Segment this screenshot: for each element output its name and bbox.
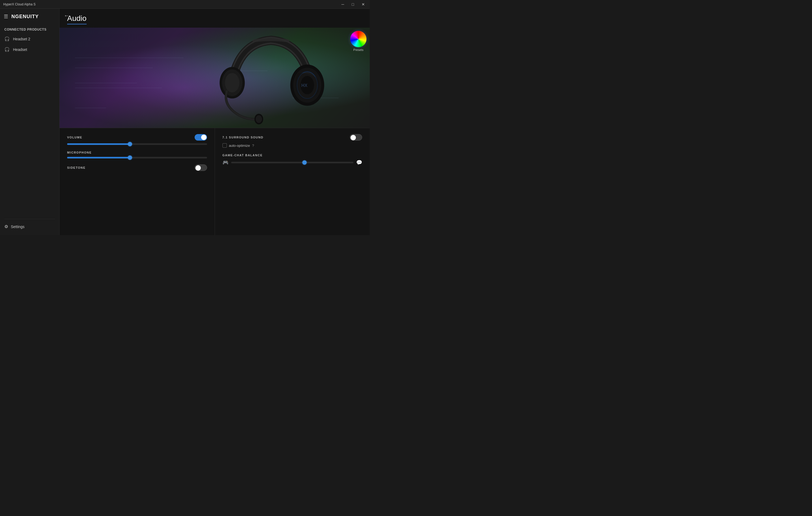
volume-toggle-knob xyxy=(201,135,206,140)
presets-circle-icon xyxy=(350,31,367,47)
surround-label: 7.1 SURROUND SOUND xyxy=(223,136,264,139)
headset-image-container: HX xyxy=(201,33,341,125)
surround-toggle-knob xyxy=(350,135,356,140)
microphone-track-fill xyxy=(67,157,130,159)
sidebar-item-headset[interactable]: 🎧 Headset xyxy=(0,44,59,55)
title-bar-controls: ─ □ ✕ xyxy=(340,2,367,7)
presets-button[interactable]: Presets xyxy=(350,31,367,51)
volume-control: VOLUME xyxy=(67,134,207,145)
settings-item[interactable]: ⚙ Settings xyxy=(4,221,55,232)
game-icon: 🎮 xyxy=(223,160,228,165)
volume-toggle[interactable] xyxy=(195,134,207,141)
microphone-slider[interactable] xyxy=(67,157,207,159)
title-bar-title: HyperX Cloud Alpha S xyxy=(3,2,35,6)
volume-track-fill xyxy=(67,143,130,145)
sidebar-footer: ⚙ Settings xyxy=(0,213,59,235)
svg-point-11 xyxy=(256,115,262,123)
headset-area: HX P xyxy=(60,28,370,128)
controls-left: VOLUME MICROPHONE xyxy=(60,128,215,235)
headset-svg: HX xyxy=(201,33,341,125)
balance-row: 🎮 💬 xyxy=(223,160,362,165)
glitch-line-4 xyxy=(75,88,162,88)
microphone-label: MICROPHONE xyxy=(67,151,92,154)
surround-header: 7.1 SURROUND SOUND xyxy=(223,134,362,141)
sidetone-header: SIDETONE xyxy=(67,164,207,171)
headset2-label: Headset 2 xyxy=(13,37,30,41)
glitch-line-1 xyxy=(75,58,183,58)
volume-thumb[interactable] xyxy=(128,142,132,146)
headset-icon: 🎧 xyxy=(4,47,10,52)
maximize-button[interactable]: □ xyxy=(350,2,356,7)
back-button[interactable]: ← xyxy=(62,11,71,20)
hamburger-icon[interactable]: ☰ xyxy=(4,13,8,20)
close-button[interactable]: ✕ xyxy=(360,2,367,7)
sidetone-toggle[interactable] xyxy=(195,164,207,171)
balance-slider[interactable] xyxy=(231,162,354,163)
volume-label: VOLUME xyxy=(67,136,82,139)
surround-toggle[interactable] xyxy=(350,134,362,141)
surround-control: 7.1 SURROUND SOUND auto-optimize ? xyxy=(223,134,362,147)
settings-icon: ⚙ xyxy=(4,224,8,229)
chat-icon: 💬 xyxy=(356,160,362,165)
auto-optimize-row[interactable]: auto-optimize ? xyxy=(223,143,362,147)
page-header: Audio xyxy=(60,9,370,28)
auto-optimize-label: auto-optimize xyxy=(229,143,250,147)
minimize-button[interactable]: ─ xyxy=(340,2,346,7)
sidebar: ☰ NGENUITY Connected Products 🎧 Headset … xyxy=(0,9,60,235)
headset2-icon: 🎧 xyxy=(4,36,10,42)
microphone-header: MICROPHONE xyxy=(67,151,207,154)
controls-right: 7.1 SURROUND SOUND auto-optimize ? xyxy=(215,128,370,235)
brand-logo: NGENUITY xyxy=(11,14,39,20)
microphone-control: MICROPHONE xyxy=(67,151,207,159)
sidetone-control: SIDETONE xyxy=(67,164,207,171)
volume-header: VOLUME xyxy=(67,134,207,141)
balance-thumb[interactable] xyxy=(302,160,307,165)
auto-optimize-checkbox[interactable] xyxy=(223,143,227,147)
sidebar-item-headset2[interactable]: 🎧 Headset 2 xyxy=(0,34,59,44)
presets-label: Presets xyxy=(353,48,363,51)
title-bar: HyperX Cloud Alpha S ─ □ ✕ xyxy=(0,0,370,9)
game-chat-balance-control: GAME-CHAT BALANCE 🎮 💬 xyxy=(223,154,362,165)
headset-label: Headset xyxy=(13,47,27,52)
settings-label: Settings xyxy=(11,224,25,229)
game-chat-balance-label: GAME-CHAT BALANCE xyxy=(223,154,263,157)
app-body: ☰ NGENUITY Connected Products 🎧 Headset … xyxy=(0,9,370,235)
main-content: ← Audio xyxy=(60,9,370,235)
sidebar-header: ☰ NGENUITY xyxy=(0,9,59,24)
game-chat-balance-header: GAME-CHAT BALANCE xyxy=(223,154,362,157)
auto-optimize-help-icon[interactable]: ? xyxy=(252,143,254,147)
sidetone-label: SIDETONE xyxy=(67,166,86,169)
glitch-line-7 xyxy=(75,108,106,108)
svg-point-2 xyxy=(225,73,239,92)
sidetone-toggle-knob xyxy=(196,165,201,171)
volume-slider[interactable] xyxy=(67,143,207,145)
controls-area: VOLUME MICROPHONE xyxy=(60,128,370,235)
connected-products-label: Connected Products xyxy=(0,24,59,34)
microphone-thumb[interactable] xyxy=(128,156,132,160)
